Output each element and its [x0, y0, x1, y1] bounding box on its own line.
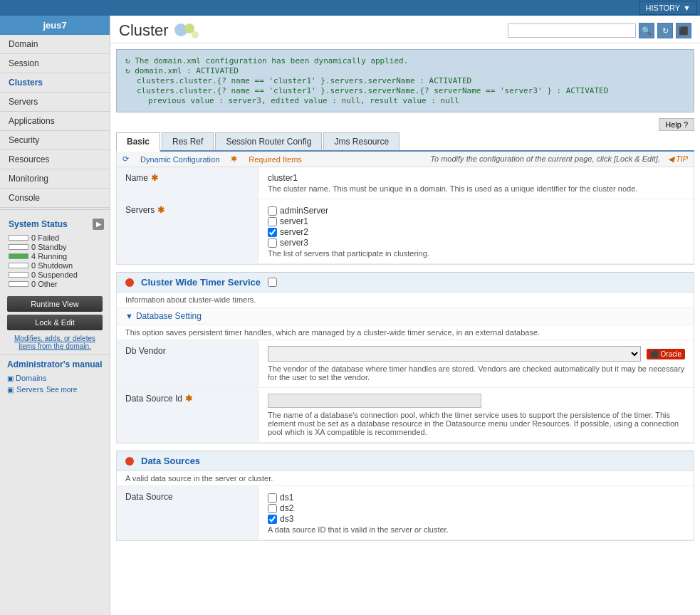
sidebar-link-domain[interactable]: Domain [0, 35, 110, 53]
ds-ds3-label: ds3 [280, 514, 293, 524]
admin-link-domains: ▣ Domains [7, 372, 103, 384]
datasourceid-label: Data Source Id ✱ [117, 388, 259, 442]
server-server1-label: server1 [280, 216, 308, 226]
help-button[interactable]: Help ? [659, 118, 694, 131]
info-line: ↻ domain.xml : ACTIVATED [125, 66, 685, 75]
dbvendor-select-area: Oracle MySQL MSSQL ⬛ Oracle [268, 346, 685, 362]
admin-title: Administrator's manual [7, 359, 103, 369]
dbvendor-label: Db Vendor [117, 340, 259, 387]
dbvendor-select[interactable]: Oracle MySQL MSSQL [268, 346, 641, 362]
status-count-suspended: 0 Suspended [31, 270, 78, 279]
refresh-button[interactable]: ↻ [657, 23, 673, 38]
admin-see-more-link[interactable]: See more [46, 386, 77, 394]
tab-resref[interactable]: Res Ref [162, 132, 214, 150]
info-line: clusters.cluster.{? name == 'cluster1' }… [125, 86, 685, 95]
search-input[interactable] [508, 23, 636, 38]
sidebar-link-security[interactable]: Security [0, 131, 110, 149]
sidebar-link-console[interactable]: Console [0, 189, 110, 207]
sidebar-link-servers[interactable]: Servers [0, 93, 110, 111]
system-status-header: System Status ▶ [0, 216, 110, 231]
status-bar-other [9, 281, 28, 287]
content-area: Cluster 🔍 ↻ ⬛ ↻ The domain.xml configura… [110, 16, 700, 615]
form-row-servers: Servers ✱ adminServer server1 [117, 199, 694, 264]
logo-circles [174, 23, 199, 38]
sidebar-note: Modifies, adds, or deletes items from th… [0, 333, 110, 354]
db-setting-desc: This option saves persistent timer handl… [117, 325, 694, 340]
oracle-badge: ⬛ Oracle [647, 349, 685, 359]
status-count-failed: 0 Failed [31, 233, 59, 242]
form-row-dbvendor: Db Vendor Oracle MySQL MSSQL [117, 340, 694, 388]
servers-value: adminServer server1 server2 [259, 199, 694, 263]
cluster-timer-checkbox[interactable] [268, 278, 277, 287]
datasourceid-input[interactable] [268, 394, 481, 408]
refresh-icon: ↻ [125, 66, 135, 75]
form-row-datasourceid: Data Source Id ✱ The name of a database'… [117, 388, 694, 443]
servers-required-icon: ✱ [157, 205, 164, 215]
sidebar: jeus7 DomainSessionClustersServersApplic… [0, 16, 110, 615]
server-server2-checkbox[interactable] [268, 228, 277, 237]
ds-ds3-checkbox[interactable] [268, 515, 277, 524]
cluster-icon [125, 278, 134, 287]
tab-basic[interactable]: Basic [116, 132, 160, 152]
cluster-timer-title: Cluster Wide Timer Service [141, 277, 261, 288]
admin-domains-link[interactable]: Domains [16, 374, 46, 382]
server-server3-checkbox[interactable] [268, 238, 277, 248]
ds-ds2-checkbox[interactable] [268, 504, 277, 513]
search-area: 🔍 ↻ ⬛ [508, 23, 691, 38]
ds-ds1-checkbox[interactable] [268, 493, 277, 503]
db-setting-container: ▼ Database Setting This option saves per… [116, 308, 694, 443]
sidebar-link-applications[interactable]: Applications [0, 112, 110, 130]
sidebar-item-monitoring: Monitoring [0, 169, 110, 189]
sidebar-link-monitoring[interactable]: Monitoring [0, 169, 110, 188]
server-adminserver: adminServer [268, 206, 685, 216]
status-row-other: 0 Other [9, 280, 104, 288]
cluster-timer-header: Cluster Wide Timer Service [116, 272, 694, 293]
sidebar-note-link[interactable]: Modifies, adds, or deletes items from th… [14, 335, 95, 350]
info-line: clusters.cluster.{? name == 'cluster1' }… [125, 76, 685, 85]
db-setting-header[interactable]: ▼ Database Setting [117, 308, 694, 325]
datasources-form: Data Source ds1 ds2 [116, 486, 694, 541]
admin-servers-link[interactable]: Servers [16, 385, 43, 394]
server-server3: server3 [268, 238, 685, 248]
main-area: jeus7 DomainSessionClustersServersApplic… [0, 16, 700, 615]
datasource-help: A data source ID that is valid in the se… [268, 525, 685, 534]
sidebar-nav: DomainSessionClustersServersApplications… [0, 35, 110, 208]
server-server2-label: server2 [280, 227, 308, 237]
tab-session[interactable]: Session Router Config [215, 132, 322, 150]
search-button[interactable]: 🔍 [639, 23, 654, 38]
tab-jms[interactable]: Jms Resource [323, 132, 399, 150]
server-adminserver-checkbox[interactable] [268, 206, 277, 216]
datasourceid-help: The name of a database's connection pool… [268, 411, 685, 436]
status-rows: 0 Failed0 Standby4 Running0 Shutdown0 Su… [0, 231, 110, 292]
history-button[interactable]: HISTORY ▼ [639, 1, 697, 15]
tip-message: To modify the configuration of the curre… [430, 154, 688, 164]
info-line: ↻ The domain.xml configuration has been … [125, 56, 685, 65]
info-line: previous value : server3, edited value :… [125, 96, 685, 105]
req-icon: ✱ [231, 154, 237, 164]
server-server3-label: server3 [280, 238, 308, 248]
lock-edit-button[interactable]: Lock & Edit [7, 315, 103, 330]
status-row-shutdown: 0 Shutdown [9, 261, 104, 270]
name-required-icon: ✱ [151, 173, 158, 183]
sidebar-link-session[interactable]: Session [0, 54, 110, 73]
runtime-view-button[interactable]: Runtime View [7, 296, 103, 312]
export-button[interactable]: ⬛ [676, 23, 691, 38]
content-header: Cluster 🔍 ↻ ⬛ [110, 16, 700, 43]
page-title-area: Cluster [119, 21, 199, 40]
name-value: cluster1 The cluster name. This must be … [259, 167, 694, 199]
sidebar-link-clusters[interactable]: Clusters [0, 73, 110, 92]
system-status-toggle[interactable]: ▶ [93, 219, 104, 230]
server-server1: server1 [268, 216, 685, 226]
oracle-label: Oracle [661, 350, 681, 358]
server-adminserver-label: adminServer [280, 206, 328, 216]
status-count-running: 4 Running [31, 252, 67, 261]
server-server1-checkbox[interactable] [268, 217, 277, 226]
name-help: The cluster name. This must be unique in… [268, 184, 685, 193]
oracle-icon: ⬛ [650, 350, 659, 358]
sidebar-link-resources[interactable]: Resources [0, 150, 110, 169]
info-box: ↻ The domain.xml configuration has been … [116, 49, 694, 112]
status-bar-failed [9, 235, 28, 241]
history-label: HISTORY [646, 4, 681, 12]
status-count-standby: 0 Standby [31, 243, 67, 251]
status-count-other: 0 Other [31, 280, 58, 288]
